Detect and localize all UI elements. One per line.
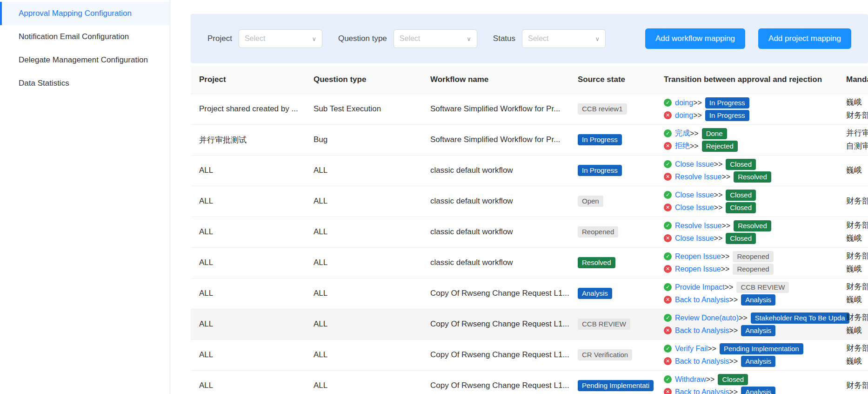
cell-question-type: ALL: [305, 340, 422, 370]
cell-question-type: ALL: [305, 217, 422, 247]
cell-workflow-name: classic default workflow: [422, 186, 569, 217]
status-filter-select[interactable]: Select: [522, 29, 606, 48]
cell-question-type: Bug: [305, 124, 422, 155]
cell-transition: Resolve Issue>> Resolved Close Issue>> C…: [655, 217, 838, 247]
check-circle-icon: [664, 191, 672, 199]
cell-mandatory: 财务部门巍峨: [838, 217, 868, 247]
sidebar-item-delegate-management-configuration[interactable]: Delegate Management Configuration: [0, 48, 170, 72]
mandatory-approver: 巍峨: [846, 263, 868, 276]
check-circle-icon: [664, 252, 672, 260]
table-row: ALL ALL classic default workflow Reopene…: [191, 217, 868, 247]
table-row: ALL ALL Copy Of Rwseng Change Request L1…: [191, 370, 868, 394]
close-circle-icon: [664, 357, 672, 365]
select-placeholder: Select: [245, 34, 265, 43]
cell-question-type: ALL: [305, 155, 422, 186]
approve-action-link[interactable]: Reopen Issue: [675, 252, 721, 261]
reject-target-badge: Analysis: [741, 387, 775, 394]
source-state-badge: Open: [578, 196, 603, 207]
reject-action-link[interactable]: Back to Analysis: [675, 296, 729, 304]
reject-target-badge: Closed: [726, 202, 756, 213]
approve-action-link[interactable]: Verify Fail: [675, 345, 708, 353]
mandatory-approver: 财务部门: [846, 311, 868, 324]
close-circle-icon: [664, 326, 672, 334]
approve-action-link[interactable]: Provide Impact: [675, 283, 725, 292]
table-row: ALL ALL Copy Of Rwseng Change Request L1…: [191, 278, 868, 309]
source-state-badge: Analysis: [578, 288, 612, 299]
cell-transition: Close Issue>> Closed Resolve Issue>> Res…: [655, 155, 838, 186]
approve-transition: Close Issue>> Closed: [664, 190, 829, 201]
cell-question-type: ALL: [305, 309, 422, 340]
reject-target-badge: Reopened: [733, 264, 773, 275]
approve-action-link[interactable]: Resolve Issue: [675, 222, 722, 230]
reject-target-badge: Closed: [726, 233, 756, 244]
cell-mandatory: 并行审批自测审批: [838, 124, 868, 155]
cell-source-state: In Progress: [569, 124, 655, 155]
reject-action-link[interactable]: Resolve Issue: [675, 173, 722, 181]
sidebar-item-approval-mapping-configuration[interactable]: Approval Mapping Configuration: [0, 2, 170, 25]
reject-action-link[interactable]: Back to Analysis: [675, 388, 729, 394]
sidebar-item-notification-email-configuration[interactable]: Notification Email Configuration: [0, 25, 170, 48]
cell-question-type: ALL: [305, 247, 422, 278]
column-header-workflow-name: Workflow name: [422, 66, 569, 94]
reject-transition: Back to Analysis>> Analysis: [664, 325, 829, 336]
cell-project: Project shared created by ...: [191, 94, 305, 124]
reject-action-link[interactable]: Reopen Issue: [675, 265, 721, 273]
reject-transition: doing>> In Progress: [664, 110, 829, 121]
mandatory-approver: 并行审批: [846, 127, 868, 140]
reject-target-badge: Analysis: [741, 325, 775, 336]
cell-source-state: CR Verification: [569, 340, 655, 370]
column-header-transition: Transition between approval and rejectio…: [655, 66, 838, 94]
reject-action-link[interactable]: Back to Analysis: [675, 326, 729, 335]
reject-action-link[interactable]: Back to Analysis: [675, 357, 729, 366]
cell-transition: Verify Fail>> Pending Implementation Bac…: [655, 340, 838, 370]
approve-action-link[interactable]: doing: [675, 99, 693, 107]
chevron-down-icon: [595, 35, 600, 42]
cell-project: ALL: [191, 247, 305, 278]
cell-workflow-name: Software Simplified Workflow for Pr...: [422, 94, 569, 124]
select-placeholder: Select: [400, 34, 420, 43]
transition-separator: >>: [739, 314, 748, 322]
source-state-badge: CCB REVIEW: [578, 319, 630, 330]
table-row: ALL ALL Copy Of Rwseng Change Request L1…: [191, 340, 868, 370]
reject-action-link[interactable]: Close Issue: [675, 204, 714, 212]
reject-action-link[interactable]: Close Issue: [675, 234, 714, 243]
approve-action-link[interactable]: Withdraw: [675, 375, 706, 384]
cell-transition: 完成>> Done 拒绝>> Rejected: [655, 124, 838, 155]
approve-action-link[interactable]: Close Issue: [675, 191, 714, 199]
reject-action-link[interactable]: doing: [675, 111, 693, 120]
approve-transition: doing>> In Progress: [664, 97, 829, 109]
mandatory-approver: 财务部门: [846, 280, 868, 293]
approve-action-link[interactable]: Close Issue: [675, 160, 714, 169]
cell-project: ALL: [191, 309, 305, 340]
approve-action-link[interactable]: 完成: [675, 129, 690, 138]
approve-target-badge: In Progress: [705, 97, 749, 109]
mandatory-approver: 财务部门: [846, 250, 868, 263]
cell-mandatory: 财务部门巍峨: [838, 278, 868, 309]
project-filter-select[interactable]: Select: [239, 29, 322, 48]
column-header-source-state: Source state: [569, 66, 655, 94]
reject-transition: Resolve Issue>> Resolved: [664, 171, 829, 183]
approve-transition: Verify Fail>> Pending Implementation: [664, 343, 829, 354]
approve-transition: 完成>> Done: [664, 128, 829, 139]
select-placeholder: Select: [528, 34, 548, 43]
transition-separator: >>: [706, 375, 715, 384]
approve-transition: Close Issue>> Closed: [664, 159, 829, 170]
mandatory-approver: 巍峨: [846, 232, 868, 245]
mandatory-approver: 巍峨: [846, 355, 868, 368]
add-project-mapping-button[interactable]: Add project mapping: [758, 28, 851, 49]
cell-question-type: Sub Test Execution: [305, 94, 422, 124]
cell-mandatory: 巍峨: [838, 155, 868, 186]
cell-workflow-name: classic default workflow: [422, 217, 569, 247]
reject-action-link[interactable]: 拒绝: [675, 141, 690, 151]
add-workflow-mapping-button[interactable]: Add workflow mapping: [645, 28, 745, 49]
sidebar-item-data-statistics[interactable]: Data Statistics: [0, 72, 170, 95]
approve-action-link[interactable]: Review Done(auto): [675, 314, 739, 322]
reject-target-badge: Analysis: [741, 356, 775, 367]
filter-bar-actions: Add workflow mapping Add project mapping: [645, 28, 851, 49]
transition-separator: >>: [693, 99, 702, 107]
cell-source-state: Open: [569, 186, 655, 217]
question-type-filter-select[interactable]: Select: [394, 29, 477, 48]
reject-transition: Back to Analysis>> Analysis: [664, 356, 829, 367]
transition-separator: >>: [690, 142, 699, 150]
table-body: Project shared created by ... Sub Test E…: [191, 94, 868, 394]
